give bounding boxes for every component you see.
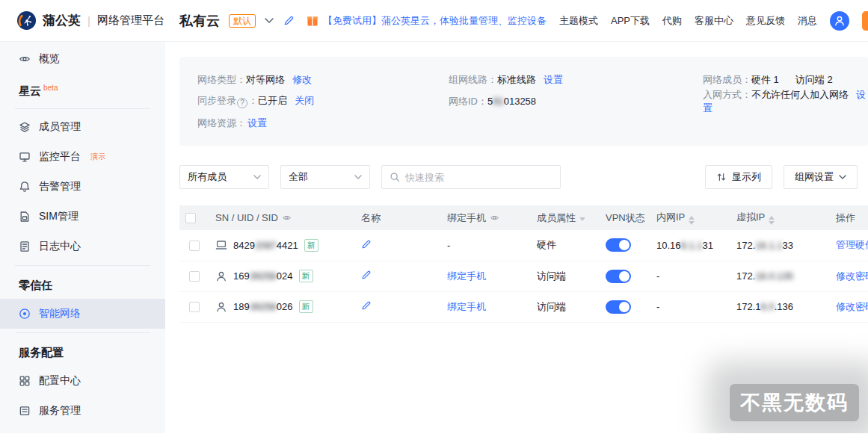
network-settings-button[interactable]: 组网设置	[784, 165, 858, 189]
col-lan-ip: 内网IP	[656, 211, 685, 223]
member-filter-select[interactable]: 所有成员	[179, 165, 269, 189]
sidebar-item-smart-network[interactable]: 智能网络	[0, 299, 165, 329]
field-value: 对等网络	[246, 74, 285, 85]
help-icon[interactable]: ?	[237, 98, 247, 108]
vpn-toggle[interactable]	[606, 238, 631, 252]
filter-caret-icon[interactable]	[579, 217, 585, 221]
monitor-icon	[19, 151, 31, 163]
change-password-link[interactable]: 修改密码	[836, 301, 868, 312]
sidebar-item-sim[interactable]: SIM管理	[0, 202, 165, 232]
edit-name-icon[interactable]	[361, 239, 372, 249]
network-id-masked: 91	[493, 96, 503, 107]
members-table: SN / UID / SID 名称 绑定手机 成员属性 VPN状态 内网IP 虚…	[179, 205, 868, 323]
eye-icon[interactable]	[490, 213, 499, 223]
line-settings-link[interactable]: 设置	[544, 74, 563, 85]
new-badge: 新	[299, 270, 313, 282]
person-icon	[215, 301, 227, 313]
eye-icon[interactable]	[282, 213, 292, 223]
page-title: 私有云	[179, 12, 220, 30]
change-password-link[interactable]: 修改密码	[836, 270, 868, 282]
phone-value: -	[447, 240, 450, 251]
chevron-down-icon	[354, 175, 362, 179]
sort-icons[interactable]	[769, 216, 775, 225]
sidebar-item-alerts[interactable]: 告警管理	[0, 172, 165, 202]
sidebar-section-service-config: 服务配置	[0, 336, 165, 366]
brand-name: 蒲公英	[43, 12, 81, 29]
search-box	[381, 165, 561, 189]
col-name: 名称	[361, 212, 381, 223]
manage-hardware-link[interactable]: 管理硬件	[836, 239, 868, 250]
row-checkbox[interactable]	[189, 302, 200, 312]
row-checkbox[interactable]	[189, 241, 200, 251]
field-label: 网络ID：	[449, 96, 487, 107]
section-label: 零信任	[19, 279, 52, 291]
sidebar-item-label: 成员管理	[39, 120, 81, 134]
edit-name-icon[interactable]	[361, 300, 372, 311]
edit-network-icon[interactable]	[283, 15, 295, 26]
nav-messages[interactable]: 消息	[798, 14, 817, 28]
sidebar-item-label: 智能网络	[39, 307, 81, 320]
gift-icon	[307, 15, 318, 27]
search-input[interactable]	[405, 172, 552, 183]
sn-text: 024	[277, 270, 293, 282]
nav-purchase[interactable]: 代购	[662, 14, 682, 28]
table-row: 16939258024 新 绑定手机 访问端 - 172.16.0.135 修改…	[179, 261, 868, 291]
type-filter-select[interactable]: 全部	[280, 165, 370, 189]
bind-phone-link[interactable]: 绑定手机	[447, 301, 486, 312]
sidebar-item-service-mgmt[interactable]: 服务管理	[0, 396, 165, 426]
lan-ip-masked: 8.1.1	[681, 240, 703, 251]
doc-icon	[19, 405, 31, 417]
sort-icons[interactable]	[689, 216, 695, 225]
network-id-field: 网络ID：591013258	[449, 95, 703, 108]
pgy-logo-icon	[16, 10, 37, 31]
chevron-down-icon[interactable]	[265, 18, 274, 23]
sidebar-item-overview[interactable]: 概览	[0, 44, 165, 74]
row-checkbox[interactable]	[189, 271, 200, 282]
sn-text: 4421	[277, 240, 298, 251]
col-virtual-ip: 虚拟IP	[736, 211, 765, 223]
lan-ip: -	[656, 270, 659, 282]
network-icon	[19, 308, 31, 320]
field-label: 网络类型：	[197, 74, 246, 85]
modify-link[interactable]: 修改	[292, 74, 312, 85]
close-sync-link[interactable]: 关闭	[295, 95, 314, 106]
join-mode-field: 入网方式：不允许任何人加入网络设置	[703, 88, 868, 115]
network-id: 013258	[504, 96, 536, 107]
virtual-ip: 172.	[736, 270, 755, 282]
cut-off-upgrade-button[interactable]	[862, 11, 868, 31]
nav-feedback[interactable]: 意见反馈	[746, 14, 785, 28]
field-label: 组网线路：	[449, 74, 497, 85]
new-badge: 新	[299, 300, 313, 313]
bind-phone-link[interactable]: 绑定手机	[447, 270, 486, 282]
log-icon	[19, 241, 31, 252]
col-action: 操作	[836, 212, 855, 223]
virtual-ip-masked: 16.1.1	[755, 240, 782, 251]
sidebar-divider	[15, 265, 150, 266]
avatar[interactable]	[830, 11, 849, 31]
member-attr: 访问端	[537, 301, 566, 312]
edit-name-icon[interactable]	[361, 270, 372, 280]
resource-settings-link[interactable]: 设置	[247, 117, 267, 128]
field-label: 入网方式：	[703, 89, 751, 100]
select-all-checkbox[interactable]	[185, 213, 196, 223]
sim-icon	[19, 211, 31, 223]
sidebar-item-logs[interactable]: 日志中心	[0, 232, 165, 261]
brand[interactable]: 蒲公英 | 网络管理平台	[0, 10, 165, 31]
sidebar-item-members[interactable]: 成员管理	[0, 112, 165, 142]
table-row: 18939258026 新 绑定手机 访问端 - 172.16.0.136 修改…	[179, 291, 868, 322]
nav-theme-mode[interactable]: 主题模式	[559, 14, 598, 28]
sidebar-item-monitor[interactable]: 监控平台演示	[0, 142, 165, 172]
nav-support-center[interactable]: 客服中心	[695, 14, 733, 28]
field-value: 标准线路	[497, 74, 536, 85]
chevron-down-icon	[253, 175, 261, 179]
select-value: 全部	[289, 170, 308, 184]
page-head: 私有云 默认	[179, 12, 295, 30]
promo-link[interactable]: 【免费试用】蒲公英星云，体验批量管理、监控设备	[307, 14, 547, 28]
nav-app-download[interactable]: APP下载	[611, 14, 650, 28]
vpn-toggle[interactable]	[606, 270, 631, 283]
body: 概览 星云beta 成员管理 监控平台演示	[0, 42, 868, 433]
vpn-toggle[interactable]	[606, 300, 631, 314]
show-columns-button[interactable]: 显示列	[705, 165, 772, 189]
sidebar-item-config-center[interactable]: 配置中心	[0, 366, 165, 396]
col-phone: 绑定手机	[447, 212, 486, 223]
